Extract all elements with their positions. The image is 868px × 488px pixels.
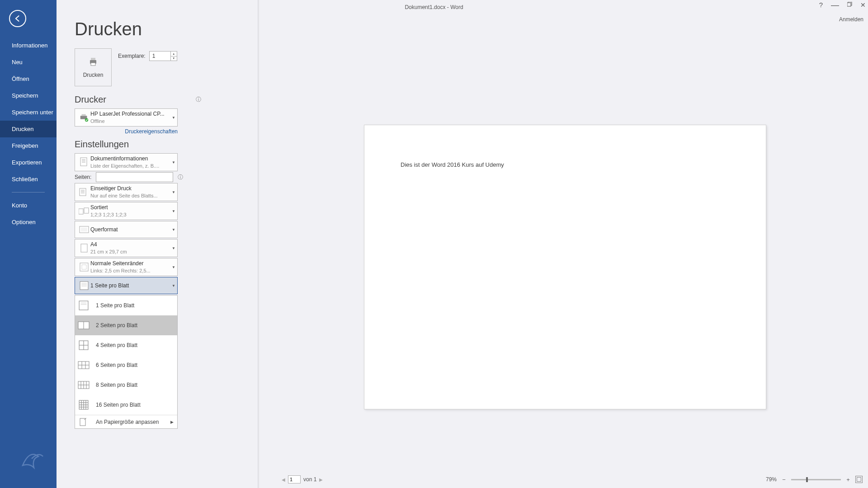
copies-down[interactable]: ▼ bbox=[170, 56, 177, 61]
pages-input[interactable] bbox=[96, 172, 173, 182]
pps-1-icon bbox=[78, 281, 90, 290]
preview-page: Dies ist der Word 2016 Kurs auf Udemy bbox=[364, 125, 766, 409]
printer-status-icon bbox=[78, 113, 90, 122]
pages-info-icon[interactable]: ⓘ bbox=[178, 174, 183, 181]
settings-heading: Einstellungen bbox=[75, 139, 129, 150]
chevron-down-icon: ▼ bbox=[172, 190, 175, 194]
printer-heading: Drucker bbox=[75, 94, 106, 105]
pps-2-icon bbox=[78, 319, 90, 331]
pages-label: Seiten: bbox=[75, 174, 91, 180]
preview-text: Dies ist der Word 2016 Kurs auf Udemy bbox=[401, 161, 730, 168]
chevron-down-icon: ▼ bbox=[172, 246, 175, 250]
fit-to-window-button[interactable] bbox=[855, 476, 863, 483]
zoom-out-button[interactable]: − bbox=[781, 476, 787, 483]
pps-option-1[interactable]: 1 Seite pro Blatt bbox=[75, 296, 177, 315]
pps-4-icon bbox=[78, 339, 90, 351]
collate-combo[interactable]: Sortiert 1;2;3 1;2;3 1;2;3 ▼ bbox=[75, 202, 178, 220]
paper-size-combo[interactable]: A4 21 cm x 29,7 cm ▼ bbox=[75, 239, 178, 257]
nav-share[interactable]: Freigeben bbox=[0, 137, 57, 154]
svg-rect-16 bbox=[79, 209, 83, 214]
svg-rect-23 bbox=[80, 263, 88, 271]
printer-info-icon[interactable]: ⓘ bbox=[196, 96, 201, 103]
nav-print[interactable]: Drucken bbox=[0, 121, 57, 137]
chevron-down-icon: ▼ bbox=[172, 228, 175, 232]
single-sided-icon bbox=[78, 188, 90, 197]
pps-8-icon bbox=[78, 379, 90, 391]
chevron-down-icon: ▼ bbox=[172, 209, 175, 213]
pps-scale-to-fit[interactable]: An Papiergröße anpassen ▶ bbox=[75, 415, 177, 428]
svg-rect-8 bbox=[80, 158, 87, 166]
nav-save[interactable]: Speichern bbox=[0, 87, 57, 104]
chevron-down-icon: ▼ bbox=[172, 160, 175, 164]
nav-separator bbox=[12, 192, 45, 192]
copies-up[interactable]: ▲ bbox=[170, 52, 177, 56]
prev-page-button[interactable]: ◀ bbox=[282, 477, 285, 482]
pages-per-sheet-combo[interactable]: 1 Seite pro Blatt ▼ bbox=[75, 277, 178, 294]
nav-account[interactable]: Konto bbox=[0, 197, 57, 214]
pps-16-icon bbox=[78, 399, 90, 411]
panel-title: Drucken bbox=[75, 19, 201, 39]
current-page-input[interactable] bbox=[288, 475, 301, 483]
pps-option-6[interactable]: 6 Seiten pro Blatt bbox=[75, 355, 177, 375]
chevron-down-icon: ▼ bbox=[172, 116, 175, 120]
svg-rect-4 bbox=[91, 63, 95, 66]
pps-option-2[interactable]: 2 Seiten pro Blatt bbox=[75, 315, 177, 335]
copies-input[interactable]: 1 ▲ ▼ bbox=[149, 51, 177, 61]
pps-option-4[interactable]: 4 Seiten pro Blatt bbox=[75, 335, 177, 355]
sides-combo[interactable]: Einseitiger Druck Nur auf eine Seite des… bbox=[75, 183, 178, 201]
nav-open[interactable]: Öffnen bbox=[0, 70, 57, 87]
preview-status-bar: ◀ von 1 ▶ 79% − + bbox=[262, 474, 868, 485]
zoom-slider[interactable] bbox=[791, 479, 841, 480]
print-button-label: Drucken bbox=[83, 72, 104, 78]
landscape-icon bbox=[78, 226, 90, 233]
pages-per-sheet-dropdown: 1 Seite pro Blatt 2 Seiten pro Blatt 4 S… bbox=[75, 295, 178, 429]
scale-icon bbox=[78, 416, 90, 428]
printer-properties-link[interactable]: Druckereigenschaften bbox=[75, 128, 178, 135]
what-to-print-combo[interactable]: Dokumentinformationen Liste der Eigensch… bbox=[75, 153, 178, 171]
printer-selector[interactable]: HP LaserJet Professional CP... Offline ▼ bbox=[75, 108, 178, 127]
chevron-down-icon: ▼ bbox=[172, 265, 175, 269]
pps-option-16[interactable]: 16 Seiten pro Blatt bbox=[75, 395, 177, 415]
print-preview: Dies ist der Word 2016 Kurs auf Udemy bbox=[262, 0, 868, 472]
margins-icon bbox=[78, 263, 90, 272]
next-page-button[interactable]: ▶ bbox=[319, 477, 323, 482]
paper-icon bbox=[78, 244, 90, 253]
copies-value: 1 bbox=[152, 53, 156, 59]
zoom-level: 79% bbox=[766, 476, 777, 483]
panel-divider bbox=[258, 0, 259, 488]
print-button[interactable]: Drucken bbox=[75, 48, 112, 86]
print-panel: Drucken Drucken Exemplare: 1 ▲ ▼ Drucker… bbox=[57, 19, 201, 488]
zoom-slider-thumb[interactable] bbox=[806, 477, 808, 482]
nav-save-as[interactable]: Speichern unter bbox=[0, 104, 57, 121]
copies-label: Exemplare: bbox=[118, 53, 146, 59]
collate-icon bbox=[78, 207, 90, 215]
pps-1-icon bbox=[78, 300, 90, 311]
printer-name: HP LaserJet Professional CP... bbox=[90, 110, 168, 117]
document-info-icon bbox=[78, 157, 90, 167]
svg-rect-6 bbox=[82, 114, 86, 116]
nav-export[interactable]: Exportieren bbox=[0, 154, 57, 171]
printer-status: Offline bbox=[90, 118, 168, 125]
svg-rect-29 bbox=[79, 301, 88, 310]
svg-rect-22 bbox=[81, 244, 87, 252]
vendor-logo-icon bbox=[18, 445, 45, 472]
nav-close[interactable]: Schließen bbox=[0, 171, 57, 188]
chevron-right-icon: ▶ bbox=[170, 420, 174, 424]
backstage-nav: Informationen Neu Öffnen Speichern Speic… bbox=[0, 37, 57, 230]
nav-options[interactable]: Optionen bbox=[0, 214, 57, 230]
page-of-label: von 1 bbox=[303, 476, 316, 483]
margins-combo[interactable]: Normale Seitenränder Links: 2,5 cm Recht… bbox=[75, 258, 178, 276]
nav-info[interactable]: Informationen bbox=[0, 37, 57, 54]
orientation-combo[interactable]: Querformat ▼ bbox=[75, 221, 178, 238]
svg-rect-25 bbox=[80, 282, 88, 290]
pps-6-icon bbox=[78, 359, 90, 371]
backstage-sidebar: Informationen Neu Öffnen Speichern Speic… bbox=[0, 0, 57, 488]
printer-icon bbox=[88, 56, 99, 67]
nav-new[interactable]: Neu bbox=[0, 54, 57, 70]
back-button[interactable] bbox=[9, 10, 26, 27]
zoom-in-button[interactable]: + bbox=[845, 476, 851, 483]
svg-rect-3 bbox=[91, 58, 95, 60]
svg-rect-12 bbox=[80, 188, 86, 196]
svg-rect-17 bbox=[84, 208, 89, 213]
pps-option-8[interactable]: 8 Seiten pro Blatt bbox=[75, 375, 177, 395]
